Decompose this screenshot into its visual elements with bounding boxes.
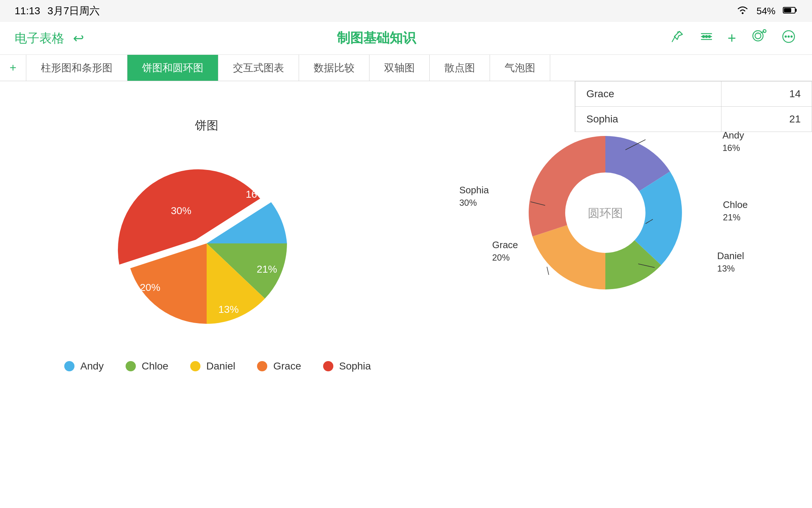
svg-point-19 <box>788 35 790 38</box>
svg-rect-3 <box>784 8 791 12</box>
legend-item-andy: Andy <box>64 360 104 372</box>
donut-chart-container: 圆环图 Andy 16% Chloe 21% <box>421 118 790 308</box>
legend-label-daniel: Daniel <box>206 360 235 372</box>
document-title: 制图基础知识 <box>337 29 416 47</box>
tabs: + 柱形图和条形图 饼图和圆环图 交互式图表 数据比较 双轴图 散点图 气泡图 <box>0 55 812 81</box>
main-content: Grace 14 Sophia 21 饼图 <box>0 81 812 508</box>
donut-wrapper: 圆环图 Andy 16% Chloe 21% <box>510 118 700 308</box>
status-bar: 11:13 3月7日周六 54% <box>0 0 812 22</box>
add-sheet-button[interactable]: + <box>728 30 736 46</box>
pie-label-chloe: 21% <box>257 264 277 275</box>
name-cell: Grace <box>575 81 721 107</box>
time: 11:13 <box>15 5 40 17</box>
tab-scatter[interactable]: 散点图 <box>430 55 490 81</box>
donut-label-grace: Grace 20% <box>492 238 518 264</box>
donut-center-label: 圆环图 <box>588 206 623 220</box>
more-button[interactable] <box>780 29 797 48</box>
pie-chart-container: 饼图 16% <box>22 118 391 372</box>
legend-item-sophia: Sophia <box>323 360 371 372</box>
tab-bar-chart[interactable]: 柱形图和条形图 <box>26 55 127 81</box>
battery-icon <box>783 5 797 17</box>
pie-chart-title: 饼图 <box>195 118 218 134</box>
status-left: 11:13 3月7日周六 <box>15 4 100 18</box>
donut-slice-grace <box>532 225 605 289</box>
date: 3月7日周六 <box>47 4 100 18</box>
legend-dot-chloe <box>126 361 136 371</box>
svg-rect-2 <box>795 9 797 12</box>
legend-label-chloe: Chloe <box>142 360 168 372</box>
pie-legend: Andy Chloe Daniel Grace <box>42 360 371 372</box>
svg-line-4 <box>672 37 675 42</box>
legend-dot-andy <box>64 361 74 371</box>
pie-label-grace: 20% <box>140 282 160 293</box>
legend-item-grace: Grace <box>257 360 301 372</box>
pie-chart-svg: 16% 21% 13% 20% 30% <box>97 141 316 346</box>
legend-dot-grace <box>257 361 267 371</box>
table-row: Grace 14 <box>575 81 812 107</box>
donut-label-andy: Andy 16% <box>723 129 744 154</box>
tab-pie-chart[interactable]: 饼图和圆环图 <box>127 55 218 81</box>
battery-text: 54% <box>757 5 775 17</box>
svg-rect-9 <box>701 32 712 33</box>
pie-label-daniel: 13% <box>218 304 239 315</box>
charts-row: 饼图 16% <box>22 118 790 493</box>
legend-dot-daniel <box>190 361 200 371</box>
pie-label-andy: 16% <box>246 189 266 200</box>
svg-point-18 <box>785 35 787 38</box>
donut-label-chloe: Chloe 21% <box>723 198 748 224</box>
legend-item-chloe: Chloe <box>126 360 168 372</box>
legend-label-sophia: Sophia <box>339 360 371 372</box>
add-tab-button[interactable]: + <box>0 55 26 81</box>
undo-button[interactable]: ↩ <box>73 31 84 46</box>
pie-label-sophia: 30% <box>171 205 191 216</box>
toolbar: 电子表格 ↩ 制图基础知识 + <box>0 22 812 55</box>
legend-item-daniel: Daniel <box>190 360 235 372</box>
tab-interactive[interactable]: 交互式图表 <box>218 55 299 81</box>
value-cell: 14 <box>721 81 812 107</box>
menu-button[interactable] <box>698 29 715 48</box>
wifi-icon <box>736 5 749 17</box>
tab-dual-axis[interactable]: 双轴图 <box>369 55 430 81</box>
tab-comparison[interactable]: 数据比较 <box>299 55 369 81</box>
status-right: 54% <box>736 5 797 17</box>
donut-label-daniel: Daniel 13% <box>717 249 744 275</box>
legend-label-andy: Andy <box>80 360 104 372</box>
toolbar-left: 电子表格 ↩ <box>15 30 84 47</box>
share-button[interactable] <box>749 29 767 48</box>
app-name: 电子表格 <box>15 30 64 47</box>
svg-point-0 <box>742 12 743 14</box>
svg-point-16 <box>763 30 766 33</box>
donut-slice-sophia <box>529 136 605 236</box>
legend-label-grace: Grace <box>273 360 301 372</box>
donut-chart-svg: 圆环图 <box>510 118 700 308</box>
tab-bubble[interactable]: 气泡图 <box>490 55 550 81</box>
legend-dot-sophia <box>323 361 333 371</box>
svg-point-20 <box>790 35 793 38</box>
toolbar-right: + <box>669 29 797 48</box>
pin-button[interactable] <box>669 29 685 48</box>
chart-area: 饼图 16% <box>0 81 812 508</box>
donut-label-sophia: Sophia 30% <box>459 183 489 209</box>
